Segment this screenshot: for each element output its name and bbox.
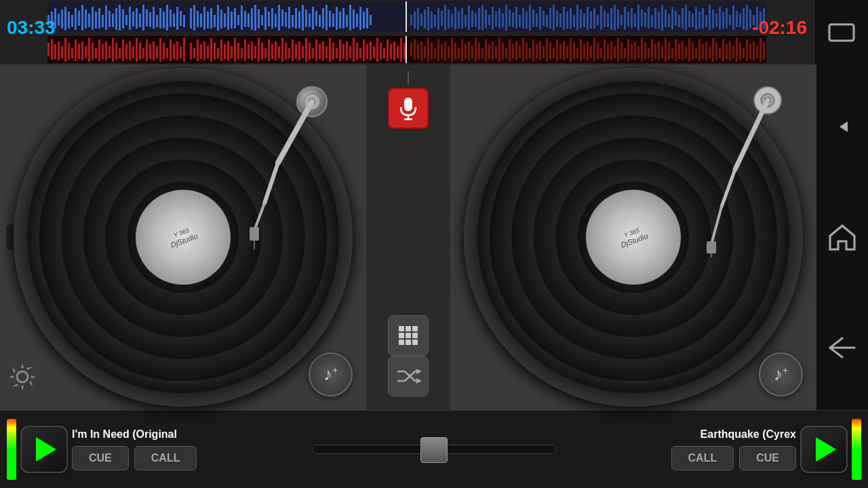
mic-button[interactable] (388, 88, 429, 129)
back-button[interactable] (822, 331, 863, 365)
svg-rect-150 (590, 12, 592, 28)
svg-rect-43 (193, 5, 195, 30)
right-platter[interactable]: Y 365 DjStudio (464, 68, 803, 407)
grid-button[interactable] (388, 315, 429, 356)
svg-rect-268 (275, 41, 277, 60)
svg-rect-37 (170, 9, 172, 27)
svg-rect-337 (509, 39, 511, 61)
svg-rect-26 (132, 12, 134, 26)
svg-rect-115 (471, 11, 473, 27)
svg-point-416 (297, 87, 327, 117)
svg-rect-94 (366, 8, 368, 28)
svg-rect-434 (406, 340, 411, 345)
svg-rect-262 (254, 46, 256, 58)
svg-rect-20 (112, 14, 114, 27)
left-platter[interactable]: Y 365 DjStudio (14, 68, 353, 407)
svg-rect-394 (702, 44, 704, 59)
svg-rect-236 (163, 43, 165, 60)
svg-rect-165 (641, 9, 643, 26)
svg-rect-406 (743, 48, 745, 58)
svg-rect-188 (719, 7, 721, 30)
svg-rect-424 (404, 98, 412, 111)
left-play-button[interactable] (20, 426, 68, 473)
svg-rect-245 (197, 39, 199, 61)
svg-rect-364 (600, 48, 602, 58)
svg-rect-380 (654, 44, 656, 59)
svg-rect-260 (248, 44, 250, 59)
svg-line-441 (735, 100, 768, 169)
svg-rect-30 (146, 9, 148, 26)
svg-rect-136 (542, 11, 545, 26)
left-cue-button[interactable]: CUE (72, 446, 129, 470)
landscape-button[interactable] (821, 17, 862, 47)
crossfader-track[interactable] (312, 445, 556, 454)
svg-rect-21 (115, 8, 117, 30)
svg-rect-137 (546, 15, 548, 27)
svg-rect-393 (698, 39, 701, 61)
svg-rect-386 (675, 39, 677, 61)
svg-rect-71 (288, 7, 290, 28)
svg-point-440 (765, 98, 770, 103)
svg-rect-141 (559, 14, 561, 27)
svg-rect-327 (475, 38, 477, 62)
top-divider (408, 71, 409, 85)
svg-rect-276 (302, 46, 304, 58)
svg-rect-224 (122, 39, 124, 61)
left-call-button[interactable]: CALL (134, 446, 197, 470)
svg-rect-90 (353, 9, 355, 28)
svg-rect-367 (610, 41, 612, 60)
settings-button[interactable] (5, 360, 39, 396)
svg-rect-58 (244, 11, 246, 27)
svg-rect-261 (251, 41, 253, 60)
svg-rect-280 (315, 39, 317, 61)
right-call-button[interactable]: CALL (671, 446, 734, 470)
svg-rect-96 (406, 1, 407, 32)
svg-rect-288 (342, 44, 344, 59)
left-effects-button[interactable]: ♪+ (309, 352, 353, 396)
svg-rect-368 (614, 46, 616, 58)
svg-rect-67 (275, 14, 277, 27)
left-track-name: I'm In Need (Original (72, 428, 197, 441)
svg-rect-54 (231, 12, 233, 28)
svg-rect-298 (376, 38, 378, 62)
svg-rect-391 (692, 43, 694, 60)
svg-rect-310 (417, 44, 419, 59)
svg-rect-98 (414, 12, 416, 28)
svg-rect-79 (315, 11, 317, 26)
svg-rect-432 (412, 333, 418, 338)
right-effects-button[interactable]: ♪+ (759, 352, 803, 396)
svg-rect-304 (397, 46, 399, 58)
right-play-button[interactable] (800, 426, 848, 473)
svg-rect-334 (498, 38, 500, 62)
svg-rect-181 (695, 7, 697, 30)
svg-rect-228 (136, 38, 138, 62)
svg-rect-203 (51, 39, 53, 60)
left-arrow-button[interactable] (822, 110, 863, 144)
svg-rect-357 (576, 48, 578, 58)
svg-rect-131 (526, 12, 528, 28)
left-record-label: Y 365 DjStudio (167, 225, 199, 250)
svg-rect-25 (129, 7, 131, 30)
svg-rect-255 (231, 46, 233, 58)
waveform-top[interactable] (47, 1, 766, 32)
svg-rect-384 (668, 43, 670, 60)
home-button[interactable] (822, 220, 863, 254)
svg-rect-342 (526, 43, 528, 60)
svg-rect-38 (173, 14, 175, 27)
svg-rect-229 (139, 43, 141, 60)
svg-rect-267 (271, 44, 273, 59)
svg-rect-123 (498, 8, 500, 28)
svg-marker-447 (830, 226, 854, 249)
svg-rect-428 (406, 326, 411, 331)
svg-rect-154 (604, 11, 606, 27)
svg-rect-210 (75, 39, 77, 61)
svg-rect-215 (92, 43, 94, 60)
right-cue-button[interactable]: CUE (739, 446, 796, 470)
svg-rect-319 (448, 46, 450, 58)
crossfader-handle[interactable] (420, 437, 448, 463)
svg-rect-374 (634, 41, 636, 60)
shuffle-button[interactable] (388, 356, 429, 396)
svg-rect-257 (237, 43, 239, 60)
svg-rect-346 (539, 41, 541, 60)
svg-rect-146 (576, 5, 578, 30)
